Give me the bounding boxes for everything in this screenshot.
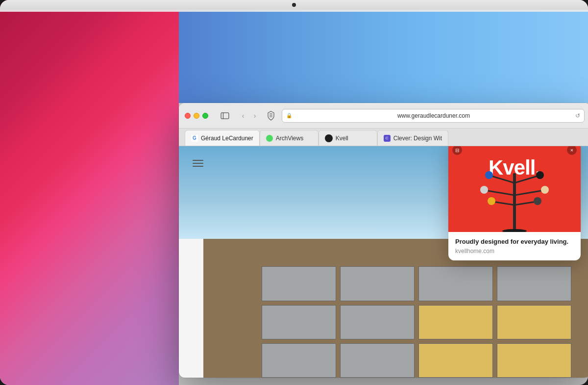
- tab-favicon-geraud: G: [191, 135, 198, 142]
- tab-bar: G Géraud LeCarduner ArchViews Kvell C Cl…: [179, 128, 588, 146]
- tab-kvell[interactable]: Kvell: [318, 130, 377, 146]
- window-pane: [418, 266, 493, 301]
- camera: [292, 3, 296, 7]
- macbook-frame: Safari File Edit View History Bookmarks …: [0, 0, 588, 385]
- window-pane-lit: [418, 343, 493, 378]
- hamburger-line: [193, 163, 203, 164]
- tab-favicon-archviews: [266, 135, 273, 142]
- svg-rect-0: [221, 112, 229, 118]
- lock-icon: 🔒: [286, 113, 292, 118]
- svg-line-11: [485, 190, 514, 195]
- svg-line-13: [514, 190, 544, 195]
- hamburger-menu-button[interactable]: [193, 160, 203, 167]
- hamburger-line: [193, 160, 203, 161]
- tab-preview-info: Proudly designed for everyday living. kv…: [448, 232, 581, 260]
- browser-toolbar: ‹ › 🔒 www.geraudlecarduner.com ↺: [179, 103, 588, 128]
- tab-label-geraud: Géraud LeCarduner: [201, 135, 253, 142]
- window-pane: [340, 266, 415, 301]
- minimize-button[interactable]: [194, 113, 199, 119]
- reload-button[interactable]: ↺: [575, 112, 580, 119]
- tab-preview-popup: ⊟ × Kvell.: [448, 146, 581, 260]
- reader-icon[interactable]: [264, 109, 278, 123]
- window-pane: [262, 305, 336, 339]
- wallpaper-left: [0, 0, 179, 385]
- window-pane: [262, 343, 336, 378]
- svg-point-12: [480, 186, 488, 194]
- hamburger-line: [193, 166, 203, 167]
- preview-tab-indicator[interactable]: ⊟: [452, 146, 462, 155]
- window-pane-lit: [418, 305, 493, 339]
- tab-label-kvell: Kvell: [336, 135, 348, 142]
- window-pane: [340, 343, 415, 378]
- nav-arrows: ‹ ›: [238, 110, 260, 121]
- svg-point-18: [534, 197, 541, 205]
- browser-content: ⊟ × Kvell.: [179, 146, 588, 378]
- tab-label-clever: Clever: Design Wit: [393, 135, 442, 142]
- tab-label-archviews: ArchViews: [276, 135, 303, 142]
- svg-point-8: [485, 171, 493, 179]
- tab-clever[interactable]: C Clever: Design Wit: [377, 130, 448, 146]
- tab-archviews[interactable]: ArchViews: [260, 130, 318, 146]
- tab-favicon-clever: C: [384, 135, 391, 142]
- maximize-button[interactable]: [202, 113, 208, 119]
- traffic-lights: [185, 113, 208, 119]
- coat-rack-illustration: [475, 163, 554, 232]
- back-button[interactable]: ‹: [238, 110, 248, 121]
- url-bar[interactable]: 🔒 www.geraudlecarduner.com ↺: [282, 109, 585, 123]
- svg-line-9: [514, 176, 539, 183]
- svg-line-7: [490, 176, 514, 183]
- svg-point-10: [536, 171, 544, 179]
- tab-preview-image: ⊟ × Kvell.: [448, 146, 581, 232]
- sidebar-toggle-button[interactable]: [218, 110, 232, 121]
- browser-window: ‹ › 🔒 www.geraudlecarduner.com ↺: [179, 103, 588, 378]
- window-pane: [262, 266, 336, 301]
- tab-geraud[interactable]: G Géraud LeCarduner: [185, 130, 260, 146]
- building-windows: [262, 266, 571, 378]
- svg-point-16: [488, 197, 495, 205]
- forward-button[interactable]: ›: [249, 110, 260, 121]
- svg-point-14: [541, 186, 549, 194]
- tab-preview-title: Proudly designed for everyday living.: [455, 238, 574, 246]
- window-pane: [340, 305, 415, 339]
- close-button[interactable]: [185, 113, 191, 119]
- url-text: www.geraudlecarduner.com: [295, 112, 572, 119]
- wallpaper-right: [179, 0, 588, 103]
- preview-close-button[interactable]: ×: [567, 146, 577, 155]
- svg-line-15: [492, 202, 514, 205]
- tab-preview-url: kvellhome.com: [455, 248, 574, 255]
- tab-favicon-kvell: [325, 134, 333, 142]
- window-pane: [497, 266, 571, 301]
- svg-point-6: [502, 229, 527, 232]
- window-pane-lit: [497, 343, 571, 378]
- window-pane-lit: [497, 305, 571, 339]
- svg-line-17: [514, 202, 537, 205]
